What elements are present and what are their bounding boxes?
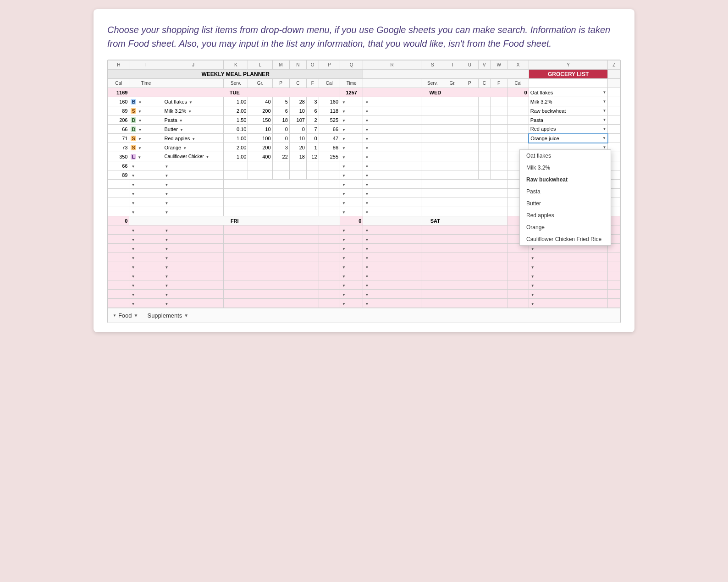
z-cell-3 <box>608 106 620 115</box>
serv-3: 1.50 <box>224 115 248 125</box>
time2-4[interactable]: ▼ <box>340 125 363 134</box>
badge-3[interactable]: D ▼ <box>129 115 163 125</box>
wed-food-4[interactable]: ▼ <box>363 125 421 134</box>
badge-e1[interactable]: ▼ <box>129 161 163 170</box>
grocery-item-2-arrow[interactable]: ▼ <box>602 99 606 104</box>
wed-c-1 <box>478 97 491 106</box>
grocery-oat-flakes[interactable]: Oat flakes ▼ <box>529 88 608 97</box>
z-cell-2 <box>608 97 620 106</box>
grocery-item-3-arrow[interactable]: ▼ <box>602 109 606 113</box>
dd-item-oat-flakes[interactable]: Oat flakes <box>520 150 611 162</box>
gr-e2 <box>248 170 272 180</box>
food-1[interactable]: Oat flakes ▼ <box>163 97 224 106</box>
food-3[interactable]: Pasta ▼ <box>163 115 224 125</box>
tab-food-label: Food <box>118 312 132 319</box>
time2-2[interactable]: ▼ <box>340 106 363 115</box>
food-6[interactable]: Orange ▼ <box>163 143 224 152</box>
c-e2 <box>289 170 306 180</box>
col-Z: Z <box>608 60 620 70</box>
grocery-buckwheat[interactable]: Raw buckwheat ▼ <box>529 106 608 115</box>
dd-item-cauliflower[interactable]: Cauliflower Chicken Fried Rice <box>520 233 611 245</box>
time2-e1[interactable]: ▼ <box>340 161 363 170</box>
time2-3[interactable]: ▼ <box>340 115 363 125</box>
sh-serv2: Serv. <box>421 79 444 88</box>
dd-item-orange[interactable]: Orange <box>520 221 611 233</box>
serv-e1 <box>224 161 248 170</box>
food-5[interactable]: Red apples ▼ <box>163 134 224 143</box>
wed-food-2[interactable]: ▼ <box>363 106 421 115</box>
badge-6[interactable]: S ▼ <box>129 143 163 152</box>
grocery-item-6-arrow[interactable]: ▼ <box>602 136 606 140</box>
serv-e2 <box>224 170 248 180</box>
grocery-red-apples[interactable]: Red apples ▼ <box>529 125 608 134</box>
grocery-item-1-arrow[interactable]: ▼ <box>602 90 606 94</box>
sh-f: F <box>306 79 319 88</box>
wed-gr-7 <box>444 152 461 161</box>
p-1: 5 <box>272 97 289 106</box>
wed-food-1[interactable]: ▼ <box>363 97 421 106</box>
badge-4[interactable]: D ▼ <box>129 125 163 134</box>
grocery-header: GROCERY LIST <box>529 70 608 79</box>
wed-f-7 <box>491 152 507 161</box>
tab-food-arrow: ▼ <box>134 313 138 318</box>
wed-food-e2[interactable]: ▼ <box>363 170 421 180</box>
badge-e2[interactable]: ▼ <box>129 170 163 180</box>
wed-cal-2 <box>507 106 529 115</box>
p-4: 0 <box>272 125 289 134</box>
time2-7[interactable]: ▼ <box>340 152 363 161</box>
wed-food-3[interactable]: ▼ <box>363 115 421 125</box>
dd-item-red-apples[interactable]: Red apples <box>520 209 611 221</box>
dd-item-butter[interactable]: Butter <box>520 198 611 209</box>
sh-cal: Cal <box>108 79 129 88</box>
food-2[interactable]: Milk 3.2% ▼ <box>163 106 224 115</box>
dd-item-buckwheat[interactable]: Raw buckwheat <box>520 174 611 186</box>
sh-cal2: Cal <box>319 79 340 88</box>
food-7[interactable]: Cauliflower Chicker ▼ <box>163 152 224 161</box>
wed-f-1 <box>491 97 507 106</box>
grocery-milk[interactable]: Milk 3.2% ▼ <box>529 97 608 106</box>
wed-c-2 <box>478 106 491 115</box>
fri-total: 0 <box>108 216 129 225</box>
tab-food[interactable]: ▼ Food ▼ <box>112 312 138 319</box>
serv-6: 2.00 <box>224 143 248 152</box>
c-3: 107 <box>289 115 306 125</box>
gr-2: 200 <box>248 106 272 115</box>
grocery-item-5-arrow[interactable]: ▼ <box>602 127 606 131</box>
badge-2[interactable]: S ▼ <box>129 106 163 115</box>
wed-gr-3 <box>444 115 461 125</box>
badge-5[interactable]: S ▼ <box>129 134 163 143</box>
tab-supplements[interactable]: Supplements ▼ <box>147 312 188 319</box>
p-5: 0 <box>272 134 289 143</box>
wed-food-e1[interactable]: ▼ <box>363 161 421 170</box>
wed-f-e1 <box>491 161 507 170</box>
wed-food-5[interactable]: ▼ <box>363 134 421 143</box>
col-M: M <box>272 60 289 70</box>
col-J: J <box>163 60 224 70</box>
time2-6[interactable]: ▼ <box>340 143 363 152</box>
time2-5[interactable]: ▼ <box>340 134 363 143</box>
p-e1 <box>272 161 289 170</box>
badge-7[interactable]: L ▼ <box>129 152 163 161</box>
badge-1[interactable]: B ▼ <box>129 97 163 106</box>
grocery-pasta[interactable]: Pasta ▼ <box>529 115 608 125</box>
time2-e2[interactable]: ▼ <box>340 170 363 180</box>
wed-gr-2 <box>444 106 461 115</box>
cal-e1: 66 <box>108 161 129 170</box>
food-e2[interactable]: ▼ <box>163 170 224 180</box>
grocery-orange-juice[interactable]: Orange juice ▼ <box>529 134 608 143</box>
cal-6: 73 <box>108 143 129 152</box>
wed-food-6[interactable]: ▼ <box>363 143 421 152</box>
food-e1[interactable]: ▼ <box>163 161 224 170</box>
wed-food-7[interactable]: ▼ <box>363 152 421 161</box>
food-4[interactable]: Butter ▼ <box>163 125 224 134</box>
dd-item-milk[interactable]: Milk 3.2% <box>520 162 611 174</box>
time2-1[interactable]: ▼ <box>340 97 363 106</box>
wed-c-5 <box>478 134 491 143</box>
table-row: ▼ ▼ ▼ ▼ ▼ <box>108 271 620 280</box>
grocery-item-7-arrow[interactable]: ▼ <box>602 145 606 149</box>
section-spacer <box>363 70 529 79</box>
grocery-item-4-arrow[interactable]: ▼ <box>602 118 606 122</box>
grocery-item-2-label: Milk 3.2% <box>530 99 552 104</box>
wed-gr-1 <box>444 97 461 106</box>
dd-item-pasta[interactable]: Pasta <box>520 186 611 198</box>
